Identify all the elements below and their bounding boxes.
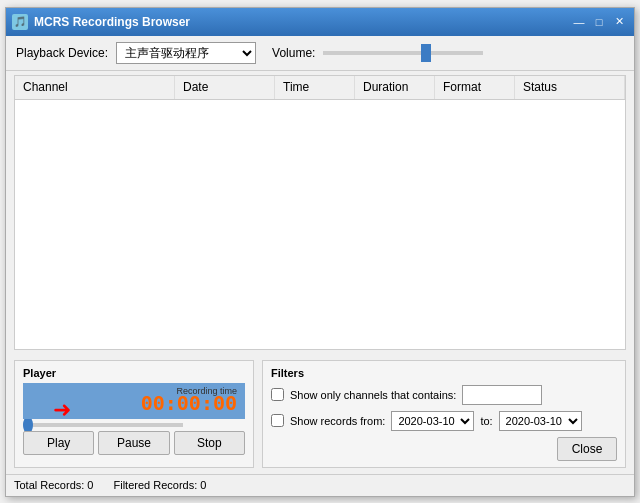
close-button[interactable]: Close — [557, 437, 617, 461]
filter-channels-row: Show only channels that contains: — [271, 385, 617, 405]
show-records-checkbox[interactable] — [271, 414, 284, 427]
titlebar: 🎵 MCRS Recordings Browser — □ ✕ — [6, 8, 634, 36]
minimize-button[interactable]: — — [570, 14, 588, 30]
show-records-label[interactable]: Show records from: — [290, 415, 385, 427]
bottom-section: Player Recording time 00:00:00 ➜ Play Pa… — [6, 354, 634, 474]
col-header-channel: Channel — [15, 76, 175, 99]
recordings-table: Channel Date Time Duration Format Status — [14, 75, 626, 350]
volume-slider[interactable] — [323, 51, 483, 55]
filters-title: Filters — [271, 367, 617, 379]
volume-track — [323, 51, 483, 55]
statusbar: Total Records: 0 Filtered Records: 0 — [6, 474, 634, 496]
filter-close-row: Close — [271, 437, 617, 461]
seek-slider[interactable] — [23, 423, 183, 427]
app-icon: 🎵 — [12, 14, 28, 30]
maximize-button[interactable]: □ — [590, 14, 608, 30]
time-display: 00:00:00 — [141, 391, 237, 415]
table-body — [15, 100, 625, 349]
titlebar-left: 🎵 MCRS Recordings Browser — [12, 14, 190, 30]
titlebar-controls: — □ ✕ — [570, 14, 628, 30]
total-records: Total Records: 0 — [14, 479, 93, 491]
pause-button[interactable]: Pause — [98, 431, 169, 455]
volume-label: Volume: — [272, 46, 315, 60]
playback-bar: Playback Device: 主声音驱动程序 Volume: — [6, 36, 634, 71]
window-close-button[interactable]: ✕ — [610, 14, 628, 30]
col-header-time: Time — [275, 76, 355, 99]
to-date-select[interactable]: 2020-03-10 — [499, 411, 582, 431]
show-channels-checkbox[interactable] — [271, 388, 284, 401]
show-channels-label[interactable]: Show only channels that contains: — [290, 389, 456, 401]
col-header-status: Status — [515, 76, 625, 99]
to-label: to: — [480, 415, 492, 427]
col-header-format: Format — [435, 76, 515, 99]
filter-records-row: Show records from: 2020-03-10 to: 2020-0… — [271, 411, 617, 431]
stop-button[interactable]: Stop — [174, 431, 245, 455]
col-header-date: Date — [175, 76, 275, 99]
player-panel: Player Recording time 00:00:00 ➜ Play Pa… — [14, 360, 254, 468]
player-title: Player — [23, 367, 245, 379]
filters-panel: Filters Show only channels that contains… — [262, 360, 626, 468]
window-title: MCRS Recordings Browser — [34, 15, 190, 29]
main-window: 🎵 MCRS Recordings Browser — □ ✕ Playback… — [5, 7, 635, 497]
player-display: Recording time 00:00:00 ➜ — [23, 383, 245, 419]
arrow-indicator: ➜ — [53, 397, 71, 437]
from-date-select[interactable]: 2020-03-10 — [391, 411, 474, 431]
channels-filter-input[interactable] — [462, 385, 542, 405]
table-header: Channel Date Time Duration Format Status — [15, 76, 625, 100]
filtered-records: Filtered Records: 0 — [113, 479, 206, 491]
playback-device-label: Playback Device: — [16, 46, 108, 60]
col-header-duration: Duration — [355, 76, 435, 99]
playback-device-select[interactable]: 主声音驱动程序 — [116, 42, 256, 64]
